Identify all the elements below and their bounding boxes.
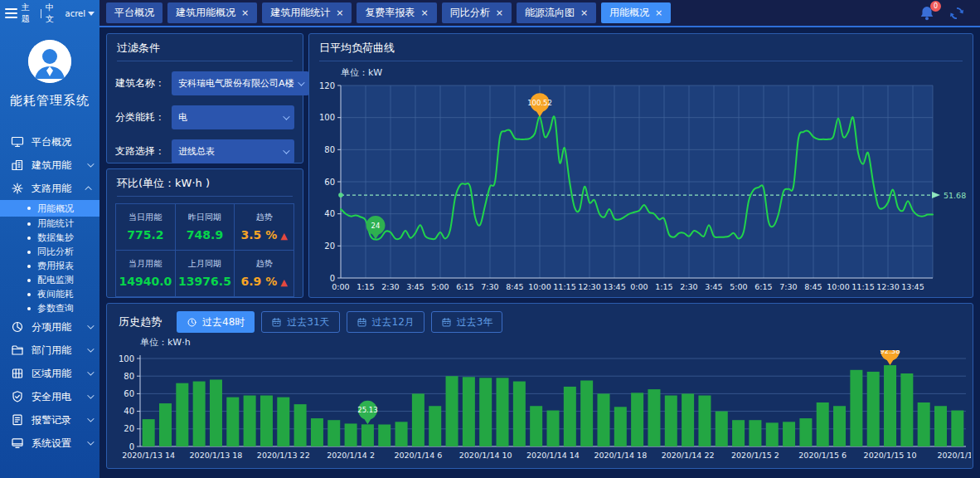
bar — [210, 379, 222, 446]
sidebar-subitem[interactable]: 数据集抄 — [0, 231, 99, 245]
svg-text:11:15: 11:15 — [553, 282, 575, 291]
sidebar-subitem-label: 数据集抄 — [37, 232, 74, 244]
theme-link[interactable]: 主题 — [22, 2, 36, 25]
trend-range-button[interactable]: 过去12月 — [347, 311, 425, 333]
filter-label: 建筑名称： — [115, 76, 172, 90]
sidebar-subitem[interactable]: 用能概况 — [0, 200, 99, 217]
filter-select[interactable]: 安科瑞电气股份有限公司A楼 — [172, 71, 309, 95]
kpi-label: 上月同期 — [176, 258, 235, 270]
bar — [176, 383, 188, 446]
language-link[interactable]: 中文 — [46, 2, 61, 25]
bar — [564, 387, 576, 446]
monitor-icon — [11, 135, 24, 149]
kpi-value: 748.9 — [176, 228, 235, 241]
svg-text:92.38: 92.38 — [880, 350, 900, 355]
sidebar-subitem-label: 费用报表 — [37, 260, 74, 272]
svg-text:12:30: 12:30 — [876, 282, 899, 291]
load-curve-chart: 0204060801001200:001:152:303:455:006:157… — [309, 80, 971, 298]
sidebar-item[interactable]: 建筑用能 — [0, 154, 99, 177]
trend-range-button[interactable]: 过去48时 — [177, 311, 255, 333]
bar — [294, 404, 307, 446]
sidebar-item[interactable]: 部门用能 — [0, 339, 99, 362]
filter-select[interactable]: 电 — [172, 105, 294, 129]
min-marker-pin: 25.13 — [357, 401, 377, 425]
tab[interactable]: 建筑用能概况× — [167, 2, 257, 23]
bar — [277, 398, 289, 446]
sidebar-item[interactable]: 安全用电 — [0, 385, 99, 408]
bar — [530, 406, 542, 446]
menu-toggle-icon[interactable] — [5, 8, 17, 18]
close-tab-icon[interactable]: × — [336, 7, 343, 18]
sidebar-subitem[interactable]: 费用报表 — [0, 259, 99, 273]
svg-text:60: 60 — [324, 178, 335, 187]
notifications-button[interactable]: 0 — [919, 5, 935, 22]
svg-text:2020/1/14 14: 2020/1/14 14 — [526, 451, 580, 460]
close-tab-icon[interactable]: × — [241, 7, 249, 18]
sidebar-subitem[interactable]: 用能统计 — [0, 217, 99, 231]
sidebar-subitem-label: 同比分析 — [37, 246, 74, 258]
svg-text:0: 0 — [129, 442, 134, 451]
sidebar-item[interactable]: 支路用能 — [0, 177, 99, 200]
kpi-label: 当月用能 — [116, 258, 175, 270]
kpi-cell: 当日用能775.2 — [116, 204, 175, 250]
close-tab-icon[interactable]: × — [496, 7, 503, 18]
svg-text:2020/1/14 10: 2020/1/14 10 — [459, 451, 512, 460]
sidebar-item[interactable]: 区域用能 — [0, 362, 99, 385]
building-icon — [11, 159, 24, 172]
filter-row: 支路选择：进线总表 — [115, 139, 294, 163]
chevron-down-icon — [87, 322, 94, 329]
sidebar-item-label: 报警记录 — [32, 413, 71, 427]
svg-text:80: 80 — [124, 372, 134, 381]
tab[interactable]: 用能概况× — [601, 2, 671, 23]
trend-up-icon: ▲ — [280, 231, 287, 241]
tab[interactable]: 同比分析× — [442, 2, 512, 23]
tab[interactable]: 平台概况 — [106, 2, 163, 23]
sidebar-item-label: 平台概况 — [32, 135, 71, 149]
trend-range-label: 过去31天 — [287, 315, 329, 329]
ring-compare-grid: 当日用能775.2昨日同期748.9趋势3.5 %▲当月用能14940.0上月同… — [115, 203, 294, 297]
svg-text:2020/1/14 22: 2020/1/14 22 — [662, 451, 715, 460]
filter-select[interactable]: 进线总表 — [172, 139, 294, 163]
svg-text:120: 120 — [319, 81, 335, 90]
bar — [783, 422, 795, 446]
sidebar-subitem[interactable]: 参数查询 — [0, 301, 99, 315]
close-tab-icon[interactable]: × — [580, 7, 588, 18]
trend-range-buttons: 过去48时过去31天过去12月过去3年 — [177, 311, 502, 333]
kpi-cell: 趋势6.9 %▲ — [235, 251, 294, 296]
kpi-cell: 上月同期13976.5 — [176, 251, 235, 296]
bar — [463, 377, 475, 446]
sidebar-item[interactable]: 报警记录 — [0, 408, 99, 432]
sidebar-subitem[interactable]: 夜间能耗 — [0, 287, 99, 301]
trend-range-button[interactable]: 过去3年 — [431, 311, 503, 333]
shield-icon — [11, 390, 24, 403]
kpi-value: 6.9 %▲ — [235, 275, 294, 288]
sidebar-subitem[interactable]: 配电监测 — [0, 273, 99, 287]
pie-icon — [11, 320, 24, 334]
bullet-icon — [27, 222, 31, 226]
sidebar-item[interactable]: 平台概况 — [0, 130, 99, 154]
bullet-icon — [27, 279, 31, 282]
tab[interactable]: 建筑用能统计× — [262, 2, 352, 23]
history-trend-chart: 0204060801002020/1/13 142020/1/13 182020… — [107, 350, 971, 465]
sidebar-item[interactable]: 分项用能 — [0, 315, 99, 339]
close-tab-icon[interactable]: × — [655, 7, 662, 18]
tab-bar: 平台概况建筑用能概况×建筑用能统计×复费率报表×同比分析×能源流向图×用能概况× — [99, 2, 671, 23]
bullet-icon — [27, 307, 31, 310]
user-menu[interactable]: acrel — [65, 9, 95, 18]
svg-text:80: 80 — [324, 145, 335, 154]
trend-range-button[interactable]: 过去31天 — [261, 311, 339, 333]
kpi-cell: 昨日同期748.9 — [176, 204, 235, 250]
ring-compare-panel: 环比(单位：kW·h ) 当日用能775.2昨日同期748.9趋势3.5 %▲当… — [106, 168, 303, 298]
refresh-button[interactable] — [948, 5, 965, 22]
kpi-value: 775.2 — [116, 228, 175, 241]
kpi-cell: 趋势3.5 %▲ — [235, 204, 294, 250]
bar — [479, 378, 492, 446]
tab[interactable]: 复费率报表× — [357, 2, 436, 23]
sidebar-item[interactable]: 系统设置 — [0, 432, 99, 455]
kpi-label: 当日用能 — [116, 212, 175, 223]
close-tab-icon[interactable]: × — [420, 7, 428, 18]
tab[interactable]: 能源流向图× — [517, 2, 596, 23]
bar — [850, 370, 862, 446]
sidebar-subitem[interactable]: 同比分析 — [0, 245, 99, 259]
history-trend-title: 历史趋势 — [119, 315, 162, 329]
